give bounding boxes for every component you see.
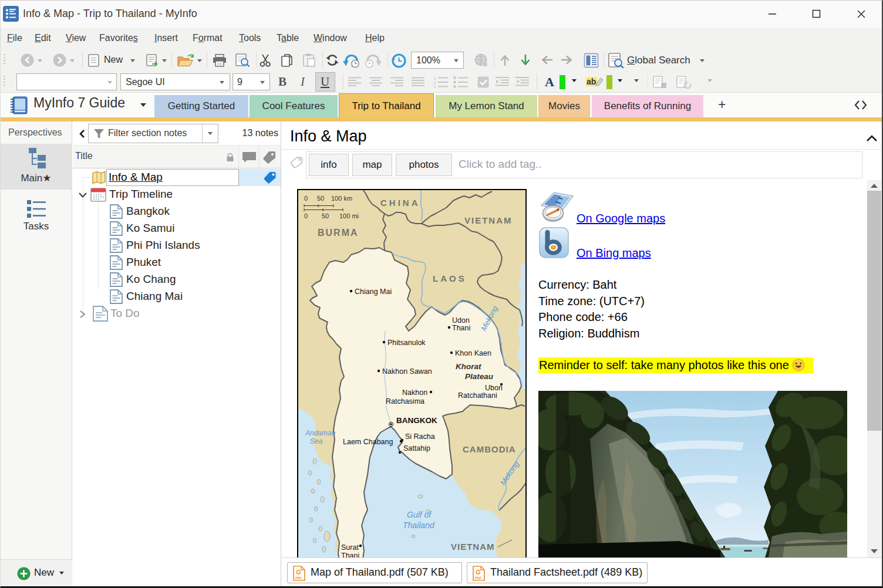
svg-text:Thailand: Thailand — [403, 521, 435, 530]
svg-text:Phitsanulok: Phitsanulok — [387, 339, 426, 347]
svg-text:Khorat: Khorat — [456, 362, 481, 371]
svg-text:G: G — [476, 569, 481, 576]
svg-text:Laem Chabang: Laem Chabang — [343, 438, 393, 446]
svg-text:0: 0 — [304, 195, 308, 202]
svg-text:Ubon: Ubon — [485, 384, 503, 392]
svg-text:Chiang Mai: Chiang Mai — [355, 288, 392, 296]
svg-text:Si Racha: Si Racha — [405, 432, 435, 441]
svg-text:Ratchathani: Ratchathani — [458, 391, 497, 400]
svg-text:ab: ab — [587, 77, 596, 86]
svg-text:VIETNAM: VIETNAM — [464, 215, 513, 225]
svg-text:50: 50 — [322, 212, 329, 219]
svg-text:50: 50 — [317, 195, 324, 202]
svg-text:Sea: Sea — [310, 437, 323, 445]
svg-text:Khon Kaen: Khon Kaen — [455, 349, 491, 357]
svg-text:Gulf of: Gulf of — [407, 510, 432, 519]
svg-text:Thani: Thani — [341, 552, 359, 557]
svg-text:Nakhon: Nakhon — [402, 388, 427, 397]
svg-text:CAMBODIA: CAMBODIA — [463, 444, 516, 454]
svg-text:Ratchasima: Ratchasima — [386, 397, 424, 405]
svg-text:LAOS: LAOS — [433, 273, 467, 283]
svg-text:Surat: Surat — [341, 543, 359, 552]
svg-text:100 mi: 100 mi — [339, 212, 359, 219]
svg-text:Nakhon Sawan: Nakhon Sawan — [382, 367, 432, 376]
svg-text:BANGKOK: BANGKOK — [396, 416, 437, 425]
svg-text:Plateau: Plateau — [465, 372, 494, 381]
svg-text:CHINA: CHINA — [380, 198, 420, 208]
svg-text:PDF: PDF — [475, 576, 482, 580]
svg-text:3: 3 — [433, 85, 436, 88]
svg-text:G: G — [296, 569, 301, 576]
svg-text:PDF: PDF — [295, 576, 302, 580]
svg-text:Udon: Udon — [452, 316, 470, 325]
svg-text:100 km: 100 km — [331, 195, 352, 202]
svg-text:Sattahip: Sattahip — [403, 444, 430, 452]
svg-text:Thani: Thani — [452, 324, 470, 332]
svg-text:Andaman: Andaman — [305, 429, 336, 437]
svg-text:BURMA: BURMA — [318, 228, 359, 238]
svg-text:0: 0 — [304, 212, 308, 219]
svg-text:VIETNAM: VIETNAM — [451, 542, 495, 552]
